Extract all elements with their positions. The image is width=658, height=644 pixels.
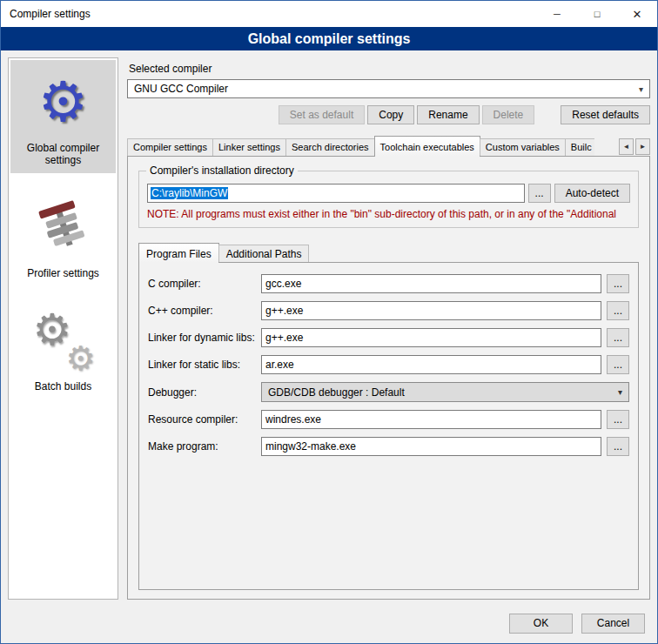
static-linker-input[interactable]	[261, 355, 601, 374]
dynamic-linker-input[interactable]	[261, 328, 601, 347]
resource-compiler-browse-button[interactable]: ...	[607, 410, 629, 429]
tab-custom-variables[interactable]: Custom variables	[480, 138, 566, 156]
maximize-button[interactable]: □	[577, 1, 617, 27]
settings-tab-bar: Compiler settings Linker settings Search…	[127, 136, 650, 156]
bin-subdirectory-note: NOTE: All programs must exist either in …	[147, 208, 630, 220]
program-files-tab-bar: Program Files Additional Paths	[138, 243, 639, 262]
sidebar-item-label: Profiler settings	[27, 267, 99, 279]
installation-directory-group-title: Compiler's installation directory	[146, 164, 298, 177]
gear-icon: ⚙	[38, 71, 88, 132]
dialog-header-title: Global compiler settings	[248, 31, 411, 47]
toolchain-executables-panel: Compiler's installation directory C:\ray…	[127, 156, 650, 600]
tab-scroll-left-icon: ◄	[623, 143, 630, 151]
ok-button[interactable]: OK	[509, 614, 573, 634]
compiler-select-value: GNU GCC Compiler	[134, 83, 228, 95]
sidebar-item-label: Global compiler settings	[12, 142, 114, 166]
compiler-actions: Set as default Copy Rename Delete Reset …	[127, 105, 650, 124]
tab-additional-paths[interactable]: Additional Paths	[218, 245, 310, 262]
dialog-content: ⚙ Global compiler settings	[1, 50, 657, 608]
make-program-input[interactable]	[261, 437, 601, 456]
tab-scroll-right-icon: ►	[640, 143, 647, 151]
settings-category-list: ⚙ Global compiler settings	[8, 57, 118, 600]
debugger-select-value: GDB/CDB debugger : Default	[268, 386, 405, 399]
cancel-button[interactable]: Cancel	[581, 614, 645, 634]
tab-scroll-controls: ◄ ►	[619, 138, 650, 156]
debugger-select[interactable]: GDB/CDB debugger : Default ▾	[261, 382, 629, 402]
compiler-select[interactable]: GNU GCC Compiler ▾	[127, 79, 650, 98]
make-program-browse-button[interactable]: ...	[607, 437, 629, 456]
titlebar[interactable]: Compiler settings ─ □ ✕	[1, 1, 657, 27]
static-linker-label: Linker for static libs:	[148, 359, 256, 371]
close-button[interactable]: ✕	[617, 1, 657, 27]
install-dir-browse-button[interactable]: ...	[528, 184, 551, 203]
resource-compiler-input[interactable]	[261, 410, 601, 429]
c-compiler-label: C compiler:	[148, 278, 256, 290]
chevron-down-icon: ▾	[639, 84, 643, 94]
tab-search-directories[interactable]: Search directories	[285, 138, 375, 156]
tab-compiler-settings[interactable]: Compiler settings	[127, 138, 213, 156]
profiler-icon	[30, 194, 97, 260]
maximize-icon: □	[594, 9, 601, 19]
installation-directory-row: C:\raylib\MinGW ... Auto-detect	[147, 184, 630, 203]
sidebar-item-profiler-settings[interactable]: Profiler settings	[10, 185, 116, 286]
c-compiler-input[interactable]	[261, 274, 601, 293]
tab-scroll-right-button[interactable]: ►	[635, 138, 650, 155]
window-title: Compiler settings	[10, 8, 91, 20]
resource-compiler-label: Resource compiler:	[148, 413, 256, 426]
debugger-label: Debugger:	[148, 386, 256, 399]
sidebar-item-batch-builds[interactable]: ⚙ ⚙ Batch builds	[10, 299, 116, 399]
static-linker-browse-button[interactable]: ...	[607, 355, 629, 374]
reset-defaults-button[interactable]: Reset defaults	[561, 105, 650, 124]
global-compiler-gear-icon: ⚙	[30, 69, 97, 135]
copy-button[interactable]: Copy	[367, 105, 414, 124]
tab-toolchain-executables[interactable]: Toolchain executables	[374, 136, 480, 157]
program-files-panel: C compiler: ... C++ compiler: ... Linker…	[138, 262, 639, 590]
compiler-settings-window: Compiler settings ─ □ ✕ Global compiler …	[0, 0, 658, 644]
sidebar-item-global-compiler-settings[interactable]: ⚙ Global compiler settings	[10, 60, 116, 173]
delete-button[interactable]: Delete	[482, 105, 535, 124]
install-dir-selected-text: C:\raylib\MinGW	[151, 187, 228, 199]
tab-build-options[interactable]: Builc	[565, 138, 594, 156]
dialog-footer: OK Cancel	[1, 608, 657, 643]
make-program-label: Make program:	[148, 440, 256, 453]
selected-compiler-label: Selected compiler	[129, 63, 650, 75]
sidebar-item-label: Batch builds	[35, 380, 91, 392]
c-compiler-browse-button[interactable]: ...	[607, 274, 629, 293]
batch-builds-icon: ⚙ ⚙	[30, 307, 97, 373]
tab-program-files[interactable]: Program Files	[138, 243, 219, 263]
toolchain-fields: C compiler: ... C++ compiler: ... Linker…	[148, 274, 629, 456]
dialog-header: Global compiler settings	[1, 27, 657, 50]
installation-directory-group: Compiler's installation directory C:\ray…	[138, 171, 639, 228]
cpp-compiler-input[interactable]	[261, 301, 601, 320]
auto-detect-button[interactable]: Auto-detect	[554, 184, 630, 203]
window-controls: ─ □ ✕	[537, 1, 657, 27]
cpp-compiler-browse-button[interactable]: ...	[607, 301, 629, 320]
gear-icon: ⚙	[65, 341, 95, 376]
dynamic-linker-browse-button[interactable]: ...	[607, 328, 629, 347]
cpp-compiler-label: C++ compiler:	[148, 305, 256, 317]
tab-scroll-left-button[interactable]: ◄	[619, 138, 634, 155]
close-icon: ✕	[633, 8, 642, 21]
main-panel: Selected compiler GNU GCC Compiler ▾ Set…	[127, 57, 650, 600]
install-dir-input[interactable]: C:\raylib\MinGW	[147, 184, 525, 203]
tab-linker-settings[interactable]: Linker settings	[212, 138, 286, 156]
chevron-down-icon: ▾	[618, 387, 622, 397]
minimize-icon: ─	[554, 9, 561, 19]
set-as-default-button[interactable]: Set as default	[279, 105, 365, 124]
dynamic-linker-label: Linker for dynamic libs:	[148, 332, 256, 344]
minimize-button[interactable]: ─	[537, 1, 577, 27]
rename-button[interactable]: Rename	[417, 105, 479, 124]
